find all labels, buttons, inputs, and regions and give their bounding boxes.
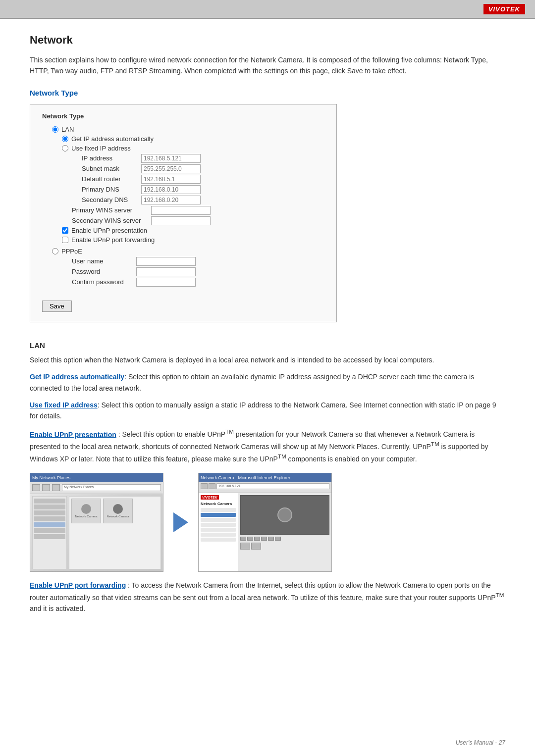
nc-ctrl-btn-3[interactable] xyxy=(254,537,260,541)
use-fixed-ip-label: Use fixed IP address xyxy=(71,145,131,152)
nc-forward-btn[interactable] xyxy=(209,483,215,489)
arrow-right-icon xyxy=(173,512,188,532)
mock-sidebar-item-5 xyxy=(34,522,65,527)
username-input[interactable] xyxy=(136,257,196,266)
header-bar: VIVOTEK xyxy=(0,0,535,18)
nc-controls xyxy=(240,537,329,541)
get-ip-auto-row[interactable]: Get IP address automatically xyxy=(42,135,324,143)
nc-bottom-btn-2[interactable] xyxy=(251,543,261,550)
nc-menu-record[interactable] xyxy=(201,528,236,532)
secondary-dns-label: Secondary DNS xyxy=(82,196,141,203)
upnp-presentation-checkbox[interactable] xyxy=(62,227,68,234)
my-network-places-screenshot: My Network Places My Network Places xyxy=(30,473,163,572)
secondary-wins-input[interactable] xyxy=(151,216,211,225)
mock-refresh-btn[interactable] xyxy=(52,484,60,491)
password-input[interactable] xyxy=(136,267,196,276)
nc-menu-config[interactable] xyxy=(201,513,236,517)
nc-menu-alarm[interactable] xyxy=(201,523,236,527)
upnp-tm3: TM xyxy=(278,454,286,460)
nc-bottom-controls xyxy=(240,543,329,550)
lan-body-text: Select this option when the Network Came… xyxy=(30,354,505,365)
nc-body: VIVOTEK Network Camera xyxy=(199,493,331,571)
subnet-mask-input[interactable] xyxy=(141,164,201,173)
use-fixed-ip-link[interactable]: Use fixed IP address xyxy=(30,401,98,409)
upnp-presentation-label: Enable UPnP presentation xyxy=(71,227,147,234)
get-ip-auto-link[interactable]: Get IP address automatically xyxy=(30,373,124,381)
nc-logo-red: VIVOTEK xyxy=(201,495,219,500)
get-ip-auto-para: Get IP address automatically: Select thi… xyxy=(30,371,505,394)
mock-forward-btn[interactable] xyxy=(42,484,50,491)
nc-titlebar-text: Network Camera - Microsoft Internet Expl… xyxy=(201,475,290,480)
username-row: User name xyxy=(42,257,324,266)
enable-upnp-port-para: Enable UPnP port forwarding : To access … xyxy=(30,580,505,614)
nc-product-name: Network Camera xyxy=(201,502,236,506)
network-camera-screenshot: Network Camera - Microsoft Internet Expl… xyxy=(198,473,332,572)
mock-sidebar-item-6 xyxy=(34,528,65,533)
ip-address-row: IP address xyxy=(42,154,324,163)
network-type-heading: Network Type xyxy=(30,89,505,97)
get-ip-auto-radio[interactable] xyxy=(62,136,68,142)
secondary-dns-row: Secondary DNS xyxy=(42,196,324,204)
use-fixed-ip-row[interactable]: Use fixed IP address xyxy=(42,145,324,152)
nc-menu-about[interactable] xyxy=(201,538,236,542)
pppoe-radio[interactable] xyxy=(52,248,58,254)
arrow-container xyxy=(173,512,188,532)
mock-body-left: Network Camera Network Camera xyxy=(30,494,163,571)
nc-back-btn[interactable] xyxy=(201,483,208,489)
confirm-password-input[interactable] xyxy=(136,278,196,287)
lan-radio-row[interactable]: LAN xyxy=(42,126,324,133)
primary-dns-input[interactable] xyxy=(141,185,201,194)
confirm-password-label: Confirm password xyxy=(72,278,136,286)
mock-sidebar-item-7 xyxy=(34,534,65,539)
lan-radio[interactable] xyxy=(52,126,58,133)
default-router-input[interactable] xyxy=(141,175,201,184)
nc-camera-view xyxy=(240,495,329,535)
upnp-tm2: TM xyxy=(431,441,439,448)
confirm-password-row: Confirm password xyxy=(42,278,324,287)
screenshots-row: My Network Places My Network Places xyxy=(30,473,505,572)
upnp-presentation-row[interactable]: Enable UPnP presentation xyxy=(42,227,324,234)
mock-icon-label-1: Network Camera xyxy=(75,515,97,518)
mock-sidebar-item-1 xyxy=(34,499,65,504)
nc-main xyxy=(238,493,331,571)
pppoe-label: PPPoE xyxy=(61,248,82,255)
enable-upnp-port-link[interactable]: Enable UPnP port forwarding xyxy=(30,581,126,589)
nc-address-bar[interactable]: 192.168.5.121 xyxy=(216,483,329,489)
lan-label: LAN xyxy=(61,126,74,133)
ip-address-input[interactable] xyxy=(141,154,201,163)
nc-ctrl-btn-6[interactable] xyxy=(275,537,281,541)
mock-icon-circle-1 xyxy=(81,504,91,514)
nc-bottom-btn-1[interactable] xyxy=(240,543,250,550)
pppoe-radio-row[interactable]: PPPoE xyxy=(42,248,324,255)
nc-ctrl-btn-4[interactable] xyxy=(261,537,267,541)
mock-address-bar[interactable]: My Network Places xyxy=(62,484,161,491)
mock-toolbar-left: My Network Places xyxy=(30,482,163,494)
nc-toolbar: 192.168.5.121 xyxy=(199,482,331,493)
use-fixed-ip-radio[interactable] xyxy=(62,145,68,151)
nc-menu-playback[interactable] xyxy=(201,533,236,537)
nc-sidebar: VIVOTEK Network Camera xyxy=(199,493,238,571)
secondary-dns-input[interactable] xyxy=(141,196,201,204)
nc-ctrl-btn-5[interactable] xyxy=(268,537,274,541)
nc-ctrl-btn-2[interactable] xyxy=(247,537,253,541)
nc-menu-home[interactable] xyxy=(201,508,236,512)
primary-wins-input[interactable] xyxy=(151,206,211,215)
get-ip-auto-label: Get IP address automatically xyxy=(71,135,154,143)
upnp-forwarding-checkbox[interactable] xyxy=(62,237,68,243)
upnp-forwarding-row[interactable]: Enable UPnP port forwarding xyxy=(42,236,324,244)
mock-icon-camera1: Network Camera xyxy=(71,499,101,523)
save-button[interactable]: Save xyxy=(42,301,72,312)
network-type-box: Network Type LAN Get IP address automati… xyxy=(30,104,337,322)
password-label: Password xyxy=(72,268,136,275)
subnet-mask-label: Subnet mask xyxy=(82,165,141,172)
vivotek-logo: VIVOTEK xyxy=(483,4,525,14)
mock-back-btn[interactable] xyxy=(32,484,40,491)
primary-wins-label: Primary WINS server xyxy=(72,206,151,214)
ip-address-label: IP address xyxy=(82,154,141,162)
nc-menu-stream[interactable] xyxy=(201,518,236,522)
nc-logo-area: VIVOTEK xyxy=(201,495,236,500)
mock-sidebar-item-4 xyxy=(34,516,65,521)
enable-upnp-link[interactable]: Enable UPnP presentation xyxy=(30,430,116,438)
nc-ctrl-btn-1[interactable] xyxy=(240,537,246,541)
default-router-row: Default router xyxy=(42,175,324,184)
